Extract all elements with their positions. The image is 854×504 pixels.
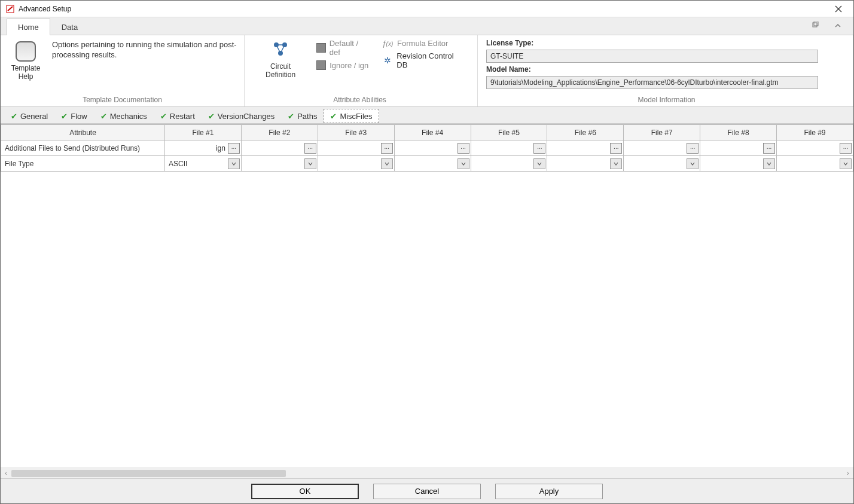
close-button[interactable]	[828, 2, 849, 16]
model-name-label: Model Name:	[486, 65, 847, 74]
value-cell[interactable]: ...	[394, 140, 471, 156]
ribbon-tabs: Home Data	[1, 17, 853, 35]
dropdown-button[interactable]	[533, 158, 545, 169]
group-label-model: Model Information	[486, 94, 847, 105]
template-help-label[interactable]: Template Help	[7, 64, 45, 81]
value-cell[interactable]: ...	[777, 140, 853, 156]
col-file4[interactable]: File #4	[394, 125, 471, 140]
ok-button[interactable]: OK	[251, 484, 359, 499]
browse-button[interactable]: ...	[304, 143, 316, 154]
ignore-icon	[316, 60, 326, 70]
value-cell[interactable]: ...	[700, 140, 777, 156]
subtab-row: ✔General ✔Flow ✔Mechanics ✔Restart ✔Vers…	[1, 107, 853, 124]
footer: OK Cancel Apply	[1, 478, 853, 503]
value-cell[interactable]: ...	[624, 140, 700, 156]
value-cell[interactable]: ...	[241, 140, 318, 156]
browse-button[interactable]: ...	[533, 143, 545, 154]
check-icon: ✔	[288, 112, 294, 121]
default-def-button[interactable]: Default / def	[316, 39, 370, 57]
dropdown-button[interactable]	[458, 158, 469, 169]
ignore-ign-button[interactable]: Ignore / ign	[316, 60, 370, 70]
col-file3[interactable]: File #3	[318, 125, 394, 140]
subtab-restart[interactable]: ✔Restart	[154, 109, 202, 123]
browse-button[interactable]: ...	[687, 143, 699, 154]
col-file7[interactable]: File #7	[624, 125, 700, 140]
formula-icon: ƒ(x)	[382, 39, 394, 48]
value-cell[interactable]: ...	[547, 140, 624, 156]
value-cell[interactable]: ASCII	[165, 156, 242, 172]
svg-rect-1	[813, 23, 817, 27]
model-name-field: 9\tutorials\Modeling_Applications\Engine…	[486, 76, 818, 89]
group-attribute-abilities: Circuit Definition Default / def Ignore …	[245, 35, 478, 106]
browse-button[interactable]: ...	[840, 143, 852, 154]
col-file9[interactable]: File #9	[777, 125, 853, 140]
cell-value[interactable]: ign	[169, 144, 228, 152]
collapse-ribbon-icon[interactable]	[834, 22, 841, 30]
dropdown-button[interactable]	[304, 158, 316, 169]
ribbon-tab-data[interactable]: Data	[50, 19, 89, 35]
check-icon: ✔	[61, 112, 68, 121]
dropdown-button[interactable]	[687, 158, 699, 169]
subtab-flow[interactable]: ✔Flow	[54, 109, 93, 123]
browse-button[interactable]: ...	[763, 143, 775, 154]
table-area: Attribute File #1 File #2 File #3 File #…	[1, 124, 853, 478]
value-cell[interactable]	[318, 156, 394, 172]
subtab-versionchanges[interactable]: ✔VersionChanges	[202, 109, 281, 123]
scroll-left-button[interactable]: ‹	[1, 469, 11, 478]
browse-button[interactable]: ...	[381, 143, 393, 154]
value-cell[interactable]	[241, 156, 318, 172]
subtab-mechanics[interactable]: ✔Mechanics	[94, 109, 154, 123]
scroll-thumb[interactable]	[11, 470, 286, 477]
check-icon: ✔	[11, 112, 17, 121]
value-cell[interactable]	[471, 156, 547, 172]
dropdown-button[interactable]	[610, 158, 622, 169]
attribute-grid: Attribute File #1 File #2 File #3 File #…	[1, 124, 853, 172]
browse-button[interactable]: ...	[610, 143, 622, 154]
browse-button[interactable]: ...	[458, 143, 469, 154]
table-empty-area	[1, 172, 853, 468]
app-icon	[5, 4, 15, 14]
value-cell[interactable]: ...	[471, 140, 547, 156]
revision-control-button[interactable]: ✲ Revision Control DB	[382, 51, 464, 69]
dropdown-button[interactable]	[840, 158, 852, 169]
value-cell[interactable]	[700, 156, 777, 172]
check-icon: ✔	[208, 112, 215, 121]
cell-value[interactable]: ASCII	[169, 160, 228, 168]
col-file2[interactable]: File #2	[241, 125, 318, 140]
dropdown-button[interactable]	[228, 158, 240, 169]
ribbon-body: Template Help Options pertaining to runn…	[1, 35, 853, 107]
subtab-general[interactable]: ✔General	[4, 109, 54, 123]
value-cell[interactable]	[624, 156, 700, 172]
browse-button[interactable]: ...	[228, 143, 240, 154]
col-file6[interactable]: File #6	[547, 125, 624, 140]
scroll-right-button[interactable]: ›	[843, 469, 853, 478]
cancel-button[interactable]: Cancel	[373, 484, 481, 499]
value-cell[interactable]: ...	[318, 140, 394, 156]
value-cell[interactable]	[547, 156, 624, 172]
value-cell[interactable]	[777, 156, 853, 172]
col-attribute[interactable]: Attribute	[1, 125, 165, 140]
template-description: Options pertaining to running the simula…	[52, 39, 237, 94]
formula-editor-button[interactable]: ƒ(x) Formula Editor	[382, 39, 464, 48]
template-help-icon[interactable]	[16, 41, 36, 62]
license-type-label: License Type:	[486, 39, 847, 47]
check-icon: ✔	[160, 112, 167, 121]
restore-icon[interactable]	[812, 22, 819, 30]
subtab-paths[interactable]: ✔Paths	[281, 109, 324, 123]
table-row: File TypeASCII	[1, 156, 853, 172]
apply-button[interactable]: Apply	[495, 484, 603, 499]
col-file1[interactable]: File #1	[165, 125, 242, 140]
horizontal-scrollbar[interactable]: ‹ ›	[1, 468, 853, 478]
col-file8[interactable]: File #8	[700, 125, 777, 140]
dropdown-button[interactable]	[381, 158, 393, 169]
circuit-definition-button[interactable]: Circuit Definition	[255, 39, 306, 94]
attr-cell: Additional Files to Send (Distributed Ru…	[1, 140, 165, 156]
dropdown-button[interactable]	[763, 158, 775, 169]
subtab-miscfiles[interactable]: ✔MiscFiles	[324, 109, 379, 123]
ribbon-right-icons	[812, 17, 853, 35]
value-cell[interactable]: ign...	[165, 140, 242, 156]
ribbon-tab-home[interactable]: Home	[7, 19, 50, 35]
col-file5[interactable]: File #5	[471, 125, 547, 140]
scroll-track[interactable]	[11, 470, 843, 477]
value-cell[interactable]	[394, 156, 471, 172]
